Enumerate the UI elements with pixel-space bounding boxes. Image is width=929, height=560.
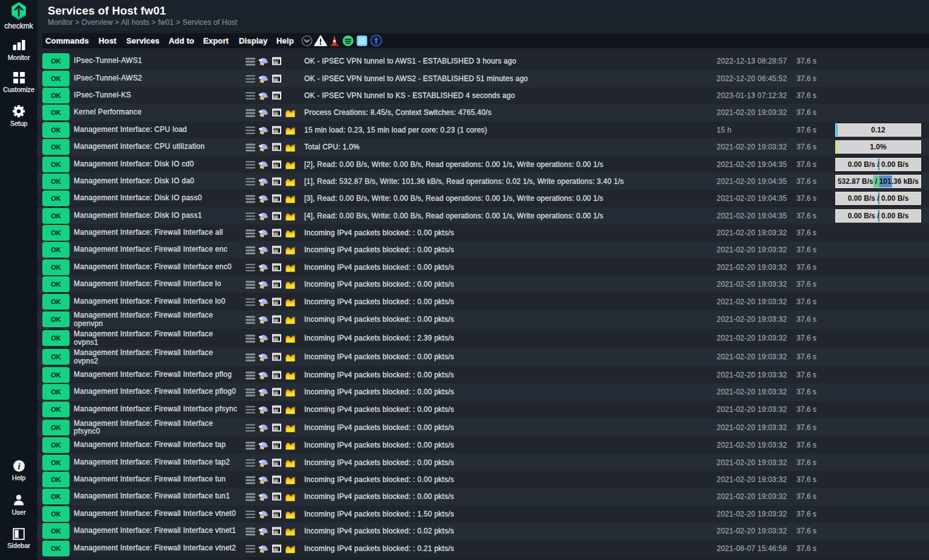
svg-text:i: i xyxy=(18,461,20,471)
